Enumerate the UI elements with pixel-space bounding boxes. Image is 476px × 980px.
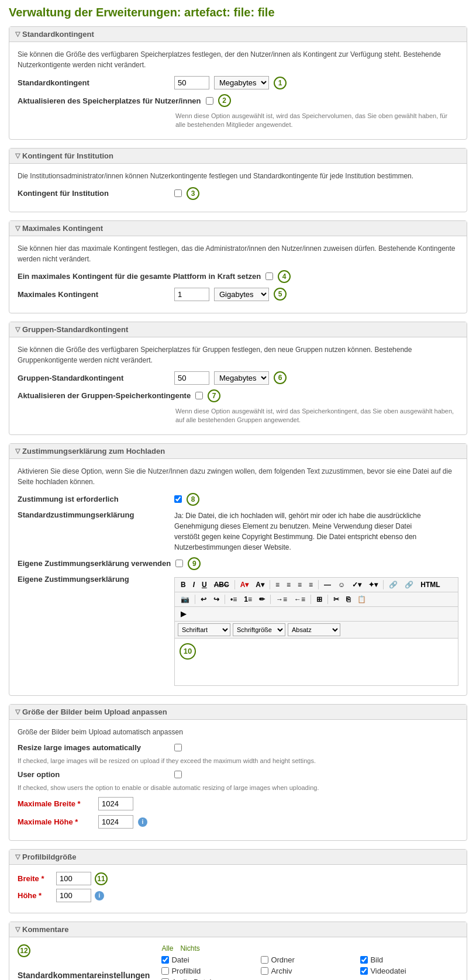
max-unit-select[interactable]: Gigabytes Megabytes Terabytes xyxy=(214,288,269,301)
editor-undo[interactable]: ↩ xyxy=(198,594,209,605)
editor-justify[interactable]: ≡ xyxy=(306,579,316,590)
collapse-icon-profil[interactable]: ▽ xyxy=(15,853,20,861)
zust-label1: Zustimmung ist erforderlich xyxy=(18,495,170,503)
section-title-gruppen: Gruppen-Standardkontingent xyxy=(22,325,128,334)
editor-font-color[interactable]: A▾ xyxy=(237,579,252,590)
komm-ordner-cb[interactable] xyxy=(261,956,268,964)
komm-ordner[interactable]: Ordner xyxy=(261,955,354,964)
editor-html[interactable]: HTML xyxy=(418,579,443,590)
badge-1: 1 xyxy=(274,77,287,89)
editor-ol[interactable]: 1≡ xyxy=(241,594,255,605)
std-value-input[interactable] xyxy=(174,76,209,89)
section-title-max: Maximales Kontingent xyxy=(22,224,103,233)
editor-align-left[interactable]: ≡ xyxy=(273,579,282,590)
editor-copy[interactable]: ⎘ xyxy=(343,594,353,605)
divider5 xyxy=(195,595,195,604)
komm-archiv-cb[interactable] xyxy=(261,967,268,975)
komm-datei[interactable]: Datei xyxy=(161,955,255,964)
inst-label: Kontingent für Institution xyxy=(18,189,170,198)
editor-indent-less[interactable]: ←≡ xyxy=(291,594,308,605)
inst-checkbox[interactable] xyxy=(174,189,182,197)
gruppen-update-checkbox[interactable] xyxy=(195,392,203,399)
gruppen-help: Wenn diese Option ausgewählt ist, wird d… xyxy=(175,407,458,425)
editor-media[interactable]: ▶ xyxy=(178,609,189,619)
info-icon-height[interactable]: i xyxy=(138,817,147,827)
user-option-checkbox[interactable] xyxy=(174,771,182,778)
resize-label: Resize large images automatically xyxy=(18,743,170,752)
resize-checkbox[interactable] xyxy=(174,744,182,751)
editor-cut[interactable]: ✂ xyxy=(330,594,342,605)
editor-em-dash[interactable]: — xyxy=(321,579,334,590)
editor-absatz-select[interactable]: Absatz xyxy=(288,623,340,636)
zust-checkbox[interactable] xyxy=(174,495,182,503)
editor-container: B I U ABC A▾ A▾ ≡ ≡ ≡ ≡ — ☺ xyxy=(174,577,458,686)
collapse-icon-bilder[interactable]: ▽ xyxy=(15,708,20,716)
komm-audio[interactable]: Audio-Datei xyxy=(161,978,255,980)
editor-italic[interactable]: I xyxy=(190,579,198,590)
collapse-icon-inst[interactable]: ▽ xyxy=(15,152,20,160)
editor-align-center[interactable]: ≡ xyxy=(284,579,294,590)
komm-profilbild-cb[interactable] xyxy=(161,967,169,975)
max-width-input[interactable] xyxy=(98,797,133,810)
editor-img[interactable]: 📷 xyxy=(178,594,192,605)
collapse-icon[interactable]: ▽ xyxy=(15,30,20,38)
komm-profilbild[interactable]: Profilbild xyxy=(161,967,255,975)
max-desc: Sie können hier das maximale Kontingent … xyxy=(18,243,458,264)
editor-content-area[interactable]: 10 xyxy=(175,639,458,685)
info-icon-profil[interactable]: i xyxy=(95,891,104,900)
editor-indent-more[interactable]: →≡ xyxy=(273,594,290,605)
editor-table[interactable]: ⊞ xyxy=(313,594,325,605)
collapse-icon-max[interactable]: ▽ xyxy=(15,225,20,232)
editor-unlink[interactable]: 🔗 xyxy=(402,579,416,590)
editor-align-right[interactable]: ≡ xyxy=(295,579,305,590)
max-platform-checkbox[interactable] xyxy=(265,272,273,280)
section-header-kommentare: ▽ Kommentare xyxy=(9,922,467,937)
editor-fontsize-select[interactable]: Schriftgröße xyxy=(233,623,285,636)
gruppen-value-input[interactable] xyxy=(174,371,209,385)
editor-spell[interactable]: ✓▾ xyxy=(349,579,364,590)
gruppen-unit-select[interactable]: Megabytes Gigabytes Kilobytes xyxy=(214,371,269,385)
editor-link[interactable]: 🔗 xyxy=(386,579,401,590)
editor-abc[interactable]: ABC xyxy=(211,579,232,590)
section-header-institution: ▽ Kontingent für Institution xyxy=(9,149,467,164)
std-komm-label: Standardkommentareinstellungen xyxy=(18,971,150,980)
eigene-zust-checkbox[interactable] xyxy=(175,560,183,567)
komm-video[interactable]: Videodatei xyxy=(360,967,454,975)
max-value-input[interactable] xyxy=(174,288,209,301)
section-kommentare: ▽ Kommentare 12 Standardkommentareinstel… xyxy=(9,922,467,980)
none-link[interactable]: Nichts xyxy=(180,944,199,953)
komm-bild[interactable]: Bild xyxy=(360,955,454,964)
collapse-icon-komm[interactable]: ▽ xyxy=(15,926,20,933)
editor-edit[interactable]: ✏ xyxy=(256,594,268,605)
editor-ul[interactable]: •≡ xyxy=(227,594,240,605)
comments-right: Alle Nichts Datei Ordner Bild xyxy=(161,944,458,980)
section-max-kontingent: ▽ Maximales Kontingent Sie können hier d… xyxy=(9,220,467,313)
editor-font-select[interactable]: Schriftart xyxy=(178,623,230,636)
badge-10: 10 xyxy=(180,643,196,660)
editor-special[interactable]: ✦▾ xyxy=(365,579,381,590)
max-label2: Maximales Kontingent xyxy=(18,290,170,299)
collapse-icon-gruppen[interactable]: ▽ xyxy=(15,326,20,333)
editor-smiley[interactable]: ☺ xyxy=(335,579,348,590)
komm-bild-cb[interactable] xyxy=(360,956,368,964)
max-height-input[interactable] xyxy=(98,815,133,829)
divider3 xyxy=(318,580,319,589)
profil-width-input[interactable] xyxy=(56,872,91,885)
profil-height-input[interactable] xyxy=(56,889,91,902)
editor-bold[interactable]: B xyxy=(178,579,189,590)
komm-archiv[interactable]: Archiv xyxy=(261,967,354,975)
resize-help: If checked, large images will be resized… xyxy=(18,757,458,765)
update-checkbox[interactable] xyxy=(206,97,213,105)
editor-underline[interactable]: U xyxy=(199,579,210,590)
komm-datei-cb[interactable] xyxy=(161,956,169,964)
editor-redo[interactable]: ↪ xyxy=(211,594,222,605)
std-help: Wenn diese Option ausgewählt ist, wird d… xyxy=(175,112,458,130)
editor-paste[interactable]: 📋 xyxy=(354,594,369,605)
komm-video-cb[interactable] xyxy=(360,967,368,975)
all-link[interactable]: Alle xyxy=(161,944,173,953)
std-unit-select[interactable]: Megabytes Gigabytes Kilobytes xyxy=(214,76,269,89)
collapse-icon-zust[interactable]: ▽ xyxy=(15,447,20,455)
section-institution: ▽ Kontingent für Institution Die Institu… xyxy=(9,148,467,212)
editor-bg-color[interactable]: A▾ xyxy=(253,579,267,590)
all-none-row: Alle Nichts xyxy=(161,944,458,953)
